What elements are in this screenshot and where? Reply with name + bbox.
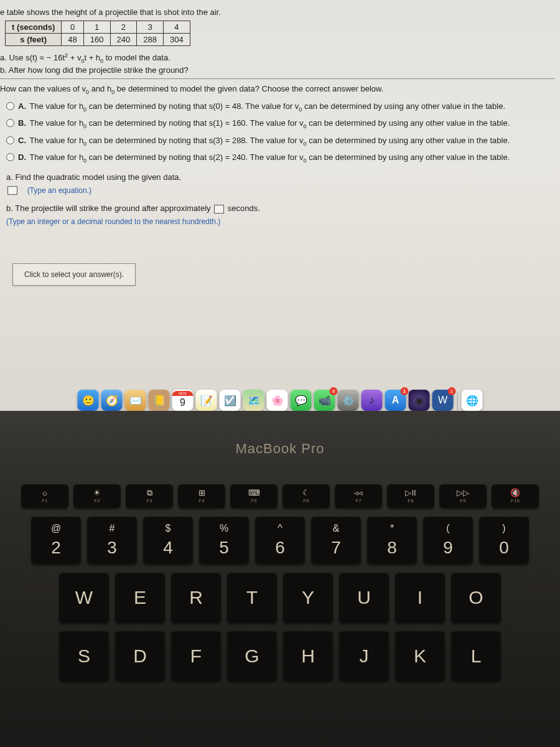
messages-icon[interactable]: 💬 <box>291 390 312 411</box>
photos-icon[interactable]: 🌸 <box>267 390 288 411</box>
key-t[interactable]: T <box>227 573 277 622</box>
s1: 160 <box>83 34 110 46</box>
part-b: b. After how long did the projectile str… <box>0 65 555 75</box>
key-5[interactable]: %5 <box>199 517 249 564</box>
equation-input[interactable] <box>7 186 17 195</box>
s3: 288 <box>137 34 164 46</box>
key-f[interactable]: F <box>171 631 221 681</box>
key-s[interactable]: S <box>59 631 109 681</box>
key-f3[interactable]: ⧉F3 <box>126 484 173 508</box>
brand-label: MacBook Pro <box>0 411 560 476</box>
key-u[interactable]: U <box>339 573 389 622</box>
part-a: a. Use s(t) = − 16t2 + v0t + h0 to model… <box>0 52 555 64</box>
key-2[interactable]: @2 <box>31 517 81 564</box>
key-g[interactable]: G <box>227 631 277 681</box>
contacts-icon[interactable]: 📒 <box>149 390 170 411</box>
row2-label: s (feet) <box>6 34 62 46</box>
reminders-icon[interactable]: ☑️ <box>220 390 241 411</box>
maps-icon[interactable]: 🗺️ <box>243 390 264 411</box>
key-3[interactable]: #3 <box>87 517 137 564</box>
key-o[interactable]: O <box>451 573 501 622</box>
data-table: t (seconds) 0 1 2 3 4 s (feet) 48 160 24… <box>5 21 190 46</box>
intro-text: e table shows the height of a projectile… <box>0 7 555 17</box>
radio-c[interactable] <box>6 136 14 144</box>
function-key-row: ☼F1 ☀F2 ⧉F3 ⊞F4 ⌨F5 ☾F6 ◃◃F7 ▷IIF8 ▷▷F9 … <box>0 484 560 508</box>
seconds-input[interactable] <box>214 205 224 214</box>
key-f7[interactable]: ◃◃F7 <box>335 484 382 508</box>
t4: 4 <box>163 21 190 34</box>
s2: 240 <box>110 34 137 46</box>
key-f4[interactable]: ⊞F4 <box>178 484 225 508</box>
radio-a[interactable] <box>6 102 14 110</box>
key-f8[interactable]: ▷IIF8 <box>387 484 434 508</box>
number-key-row: @2 #3 $4 %5 ^6 &7 *8 (9 )0 <box>0 517 560 564</box>
siri-icon[interactable]: ◉ <box>409 390 430 411</box>
key-9[interactable]: (9 <box>423 517 473 564</box>
key-6[interactable]: ^6 <box>255 517 305 564</box>
itunes-icon[interactable]: ♪ <box>362 390 383 411</box>
appstore-icon[interactable]: A1 <box>385 390 406 411</box>
key-e[interactable]: E <box>115 573 165 622</box>
select-answer-bar[interactable]: Click to select your answer(s). <box>12 263 136 286</box>
key-f10[interactable]: 🔇F10 <box>492 484 539 508</box>
key-f6[interactable]: ☾F6 <box>282 484 330 508</box>
radio-b[interactable] <box>6 119 14 127</box>
sub-question-b: b. The projectile will strike the ground… <box>6 204 555 214</box>
calendar-icon[interactable]: NOV 9 <box>172 390 194 411</box>
key-i[interactable]: I <box>395 573 445 622</box>
choice-c[interactable]: C. The value for h0 can be determined by… <box>6 136 555 147</box>
choice-d[interactable]: D. The value for h0 can be determined by… <box>6 153 555 164</box>
notes-icon[interactable]: 📝 <box>196 390 217 411</box>
key-f9[interactable]: ▷▷F9 <box>439 484 487 508</box>
t2: 2 <box>110 21 137 34</box>
facetime-icon[interactable]: 📹8 <box>314 390 335 411</box>
key-4[interactable]: $4 <box>143 517 193 564</box>
t1: 1 <box>83 21 110 34</box>
key-7[interactable]: &7 <box>311 517 361 564</box>
prefs-icon[interactable]: ⚙️ <box>338 390 359 411</box>
word-icon[interactable]: W1 <box>432 390 454 411</box>
key-y[interactable]: Y <box>283 573 333 622</box>
finder-icon[interactable]: 🙂 <box>78 390 99 411</box>
asdf-row: S D F G H J K L <box>0 631 560 681</box>
t3: 3 <box>137 21 164 34</box>
key-r[interactable]: R <box>171 573 221 622</box>
sub-question-a: a. Find the quadratic model using the gi… <box>6 172 555 182</box>
key-0[interactable]: )0 <box>479 517 529 564</box>
mail-icon[interactable]: ✉️ <box>125 390 146 411</box>
key-j[interactable]: J <box>339 631 389 681</box>
key-f2[interactable]: ☀F2 <box>73 484 121 508</box>
hint-b: (Type an integer or a decimal rounded to… <box>6 217 555 226</box>
key-8[interactable]: *8 <box>367 517 417 564</box>
radio-d[interactable] <box>6 153 14 161</box>
qwerty-row: W E R T Y U I O <box>0 573 560 622</box>
key-k[interactable]: K <box>395 631 445 681</box>
key-l[interactable]: L <box>451 631 501 681</box>
key-d[interactable]: D <box>115 631 165 681</box>
s0: 48 <box>62 34 83 46</box>
choice-b[interactable]: B. The value for h0 can be determined by… <box>6 118 555 129</box>
t0: 0 <box>62 21 83 34</box>
dock: 🙂 🧭 ✉️ 📒 NOV 9 📝 ☑️ 🗺️ 🌸 💬 📹8 ⚙️ ♪ A1 ◉ … <box>73 387 488 411</box>
key-w[interactable]: W <box>59 573 109 622</box>
row1-label: t (seconds) <box>6 21 62 34</box>
laptop-body: MacBook Pro ☼F1 ☀F2 ⧉F3 ⊞F4 ⌨F5 ☾F6 ◃◃F7… <box>0 411 560 747</box>
key-h[interactable]: H <box>283 631 333 681</box>
key-f5[interactable]: ⌨F5 <box>230 484 278 508</box>
s4: 304 <box>163 34 190 46</box>
choice-a[interactable]: A. The value for h0 can be determined by… <box>6 101 555 113</box>
chrome-icon[interactable]: 🌐 <box>462 390 483 411</box>
hint-a: (Type an equation.) <box>27 186 91 195</box>
key-f1[interactable]: ☼F1 <box>21 484 68 508</box>
main-question: How can the values of v0 and h0 be deter… <box>0 84 555 95</box>
safari-icon[interactable]: 🧭 <box>101 390 123 411</box>
